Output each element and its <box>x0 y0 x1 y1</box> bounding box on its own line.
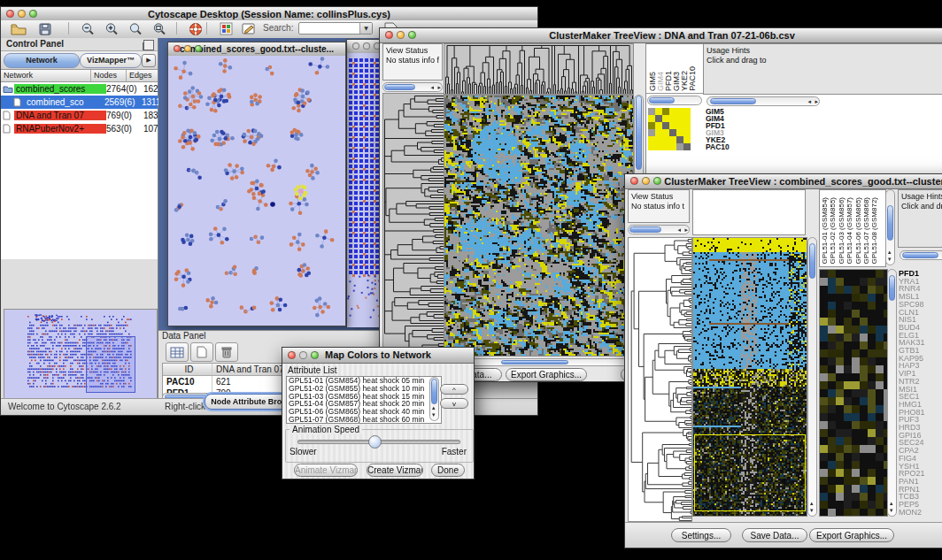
scrollbar-thumb[interactable] <box>649 97 675 104</box>
zoom-fit-icon[interactable] <box>125 21 146 36</box>
treeview2-titlebar[interactable]: ClusterMaker TreeView : combined_scores_… <box>625 174 942 189</box>
zoom-window-icon[interactable] <box>311 351 319 359</box>
treeview1-heatmap[interactable] <box>444 95 634 357</box>
network-window-1[interactable]: combined_scores_good.txt--cluste... <box>167 42 346 326</box>
scroll-arrow-icon[interactable]: ▾ <box>890 507 893 515</box>
save-data--button[interactable]: Save Data... <box>742 528 807 542</box>
animation-speed-slider-thumb[interactable] <box>368 435 382 449</box>
scroll-arrow-icon[interactable]: ◂ <box>807 98 811 106</box>
attribute-list[interactable]: GPL51-01 (GSM854) heat shock 05 minGPL51… <box>286 376 442 424</box>
treeview1-row-dendrogram[interactable] <box>382 93 444 357</box>
vizmapper-icon[interactable] <box>215 21 236 36</box>
network-list-row[interactable]: DNA and Tran 07769(0)183728(0) <box>1 109 158 122</box>
move-up-button[interactable]: ^ <box>440 384 468 395</box>
scrollbar-thumb[interactable] <box>501 360 569 364</box>
scroll-arrow-icon[interactable]: ◂ <box>430 84 434 92</box>
attribute-list-item[interactable]: GPL51-07 (GSM868) heat shock 60 min <box>287 416 441 424</box>
scroll-arrow-icon[interactable]: ▾ <box>810 507 814 515</box>
scroll-arrow-icon[interactable]: ▸ <box>437 84 441 92</box>
new-attribute-icon[interactable] <box>190 342 213 362</box>
close-icon[interactable] <box>352 42 359 50</box>
zoom-window-icon[interactable] <box>29 10 37 18</box>
zoom-window-icon[interactable] <box>653 177 661 185</box>
attribute-list-vscroll[interactable]: ▴▾ <box>429 377 439 421</box>
help-icon[interactable] <box>185 21 206 36</box>
close-icon[interactable] <box>6 10 14 18</box>
zoom-out-icon[interactable] <box>77 21 98 36</box>
minimize-icon[interactable] <box>397 31 405 39</box>
treeview2-status-hscroll[interactable]: ◂▸ <box>628 225 690 234</box>
done-button[interactable]: Done <box>431 464 465 477</box>
close-icon[interactable] <box>385 31 393 39</box>
animate-vizmap-button[interactable]: Animate Vizmap <box>294 464 358 477</box>
zoom-window-icon[interactable] <box>408 31 416 39</box>
network-window-1-titlebar[interactable]: combined_scores_good.txt--cluste... <box>168 42 345 57</box>
treeview2-usage-hscroll[interactable] <box>900 250 942 260</box>
treeview1-usage-hscroll[interactable]: ◂▸ <box>706 96 820 106</box>
network-view-canvas-1[interactable] <box>168 56 345 326</box>
gene-label: PAN1 <box>899 478 941 486</box>
treeview2-row-dendrogram[interactable] <box>628 237 692 522</box>
network-overview-panel[interactable] <box>4 309 158 399</box>
scroll-arrow-icon[interactable]: ◂ <box>677 226 681 234</box>
treeview2-detail-heatmap[interactable] <box>819 269 888 517</box>
zoom-selected-icon[interactable] <box>149 21 170 36</box>
settings--button[interactable]: Settings... <box>671 528 731 542</box>
search-input[interactable]: ▼ <box>298 22 373 35</box>
treeview2-heatmap[interactable] <box>692 237 807 517</box>
matrix-cell <box>669 122 676 129</box>
minimize-icon[interactable] <box>299 351 307 359</box>
zoom-window-icon[interactable] <box>195 45 202 52</box>
scroll-arrow-icon[interactable]: ▸ <box>815 98 818 106</box>
treeview1-titlebar[interactable]: ClusterMaker TreeView : DNA and Tran 07-… <box>380 28 942 43</box>
open-file-icon[interactable] <box>8 21 29 36</box>
tab-network[interactable]: Network <box>4 53 80 68</box>
tab-overflow-button[interactable]: ▶ <box>142 54 156 67</box>
tab-vizmapper[interactable]: VizMapper™ <box>80 53 142 68</box>
treeview2-collabel-vscroll[interactable]: ▴▾ <box>885 189 895 265</box>
close-icon[interactable] <box>288 351 296 359</box>
scroll-arrow-icon[interactable]: ▾ <box>888 256 892 264</box>
export-graphics--button[interactable]: Export Graphics... <box>809 528 894 542</box>
minimize-icon[interactable] <box>18 10 26 18</box>
gene-label: SEC1 <box>899 393 941 401</box>
scrollbar-thumb[interactable] <box>431 379 437 403</box>
scrollbar-thumb[interactable] <box>887 205 893 241</box>
scroll-arrow-icon[interactable]: ▸ <box>684 226 688 234</box>
scrollbar-thumb[interactable] <box>889 275 895 302</box>
treeview1-detail-matrix[interactable] <box>648 108 691 150</box>
scrollbar-thumb[interactable] <box>629 226 661 233</box>
annotation-icon[interactable] <box>238 21 259 36</box>
delete-attribute-icon[interactable] <box>215 342 238 362</box>
zoom-in-icon[interactable] <box>101 21 122 36</box>
network-list-row[interactable]: RNAPuberNov2+563(0)107847(0) <box>1 122 158 135</box>
treeview2-vscroll[interactable]: ▴▾ <box>807 237 817 517</box>
close-icon[interactable] <box>174 45 181 52</box>
gene-label: PEP5 <box>899 501 941 509</box>
move-down-button[interactable]: v <box>440 398 468 409</box>
treeview1-detail-hscroll[interactable] <box>647 96 702 105</box>
scrollbar-thumb[interactable] <box>809 243 815 279</box>
treeview2-detail-vscroll[interactable]: ▴▾ <box>887 269 897 517</box>
attribute-table-icon[interactable] <box>166 342 189 362</box>
scroll-arrow-icon[interactable]: ▾ <box>432 411 436 419</box>
treeview1-column-dendrogram[interactable] <box>444 43 634 95</box>
minimize-icon[interactable] <box>184 45 191 52</box>
minimize-icon[interactable] <box>363 42 370 50</box>
scrollbar-thumb[interactable] <box>636 96 642 170</box>
scrollbar-thumb[interactable] <box>384 84 415 90</box>
scrollbar-thumb[interactable] <box>902 252 938 258</box>
float-panel-icon[interactable] <box>143 40 154 50</box>
treeview1-status-hscroll[interactable]: ◂▸ <box>382 82 443 92</box>
minimize-icon[interactable] <box>642 177 650 185</box>
chevron-down-icon[interactable]: ▼ <box>359 23 372 34</box>
network-list-row[interactable]: combined_sco2569(6)13112(15) <box>1 96 158 109</box>
close-icon[interactable] <box>630 177 638 185</box>
save-session-icon[interactable] <box>35 21 56 36</box>
scrollbar-thumb[interactable] <box>710 98 756 104</box>
dialog-title: Map Colors to Network <box>325 349 431 360</box>
export-graphics--button[interactable]: Export Graphics... <box>506 368 587 381</box>
dialog-titlebar[interactable]: Map Colors to Network <box>282 348 474 364</box>
network-list-row[interactable]: combined_scores2764(0)16218(0) <box>1 82 158 96</box>
create-vizmap-button[interactable]: Create Vizmap <box>367 464 423 477</box>
